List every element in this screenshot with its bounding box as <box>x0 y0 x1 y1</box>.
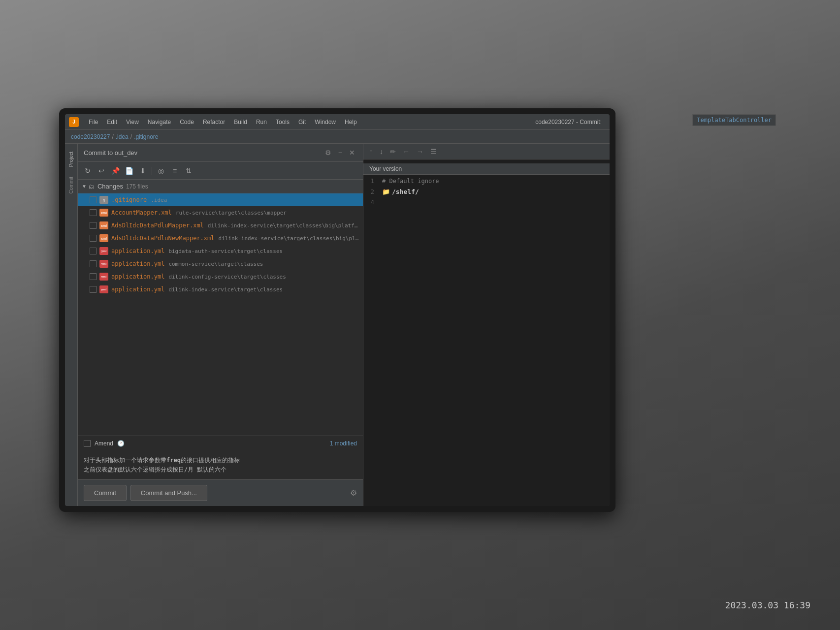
file-button[interactable]: 📄 <box>123 165 135 177</box>
xml-icon-adsdlmapper: xml <box>99 221 108 229</box>
undo-button[interactable]: ↩ <box>96 165 107 177</box>
diff-line-num-4: 4 <box>363 198 378 207</box>
diff-content: Your version 1 # Default ignore 2 📁/shel… <box>363 159 610 506</box>
menu-edit[interactable]: Edit <box>103 118 121 126</box>
settings-gear-icon[interactable]: ⚙ <box>350 488 357 498</box>
menu-git[interactable]: Git <box>294 118 310 126</box>
menu-code[interactable]: Code <box>176 118 198 126</box>
diff-toolbar: ↑ ↓ ✏ ← → ☰ <box>363 144 610 159</box>
amend-left: Amend 🕐 <box>84 440 125 447</box>
laptop-screen: J File Edit View Navigate Code Refactor … <box>59 108 615 512</box>
diff-line-4: 4 <box>363 198 610 207</box>
menu-run[interactable]: Run <box>252 118 271 126</box>
sidebar-item-commit[interactable]: Commit <box>66 173 76 197</box>
collapse-icon[interactable]: ▼ <box>82 184 87 189</box>
file-checkbox-gitignore[interactable] <box>90 196 97 203</box>
minimize-icon[interactable]: − <box>336 148 344 158</box>
file-item-adsdlmapper[interactable]: xml AdsDlIdcDataPdluMapper.xml dilink-in… <box>78 219 363 232</box>
changes-count: 175 files <box>126 183 148 190</box>
pin-button[interactable]: 📌 <box>109 165 121 177</box>
changes-header: ▼ 🗂 Changes 175 files <box>78 180 363 193</box>
yml-icon-applyml3: yml <box>99 273 108 281</box>
list-button[interactable]: ≡ <box>169 165 181 177</box>
menu-icon[interactable]: ☰ <box>428 147 439 157</box>
app-logo: J <box>69 117 79 127</box>
amend-checkbox[interactable] <box>84 440 91 447</box>
file-name-gitignore: .gitignore <box>111 196 147 203</box>
panel-header: Commit to out_dev ⚙ − ✕ <box>78 144 363 162</box>
sort-button[interactable]: ⇅ <box>183 165 194 177</box>
breadcrumb-file[interactable]: .gitignore <box>134 133 158 140</box>
commit-button[interactable]: Commit <box>84 485 127 501</box>
menu-refactor[interactable]: Refactor <box>199 118 229 126</box>
menu-items: File Edit View Navigate Code Refactor Bu… <box>85 118 535 126</box>
commit-push-button[interactable]: Commit and Push... <box>130 485 207 501</box>
nav-down-icon[interactable]: ↓ <box>378 147 385 157</box>
nav-right-icon[interactable]: → <box>415 147 425 157</box>
diff-line-1: 1 # Default ignore <box>363 177 610 186</box>
sidebar-item-project[interactable]: Project <box>66 148 76 171</box>
close-icon[interactable]: ✕ <box>347 148 357 158</box>
file-item-applyml4[interactable]: yml application.yml dilink-index-service… <box>78 283 363 296</box>
file-item-accountmapper[interactable]: xml AccountMapper.xml rule-service\targe… <box>78 206 363 219</box>
breadcrumb-folder[interactable]: .idea <box>116 133 129 140</box>
diff-line-content-1: # Default ignore <box>378 177 439 186</box>
diff-line-2: 2 📁/shelf/ <box>363 186 610 197</box>
file-item-applyml3[interactable]: yml application.yml dilink-config-servic… <box>78 270 363 283</box>
file-name-applyml4: application.yml <box>111 286 164 293</box>
modified-badge: 1 modified <box>330 440 357 447</box>
window-title: code20230227 - Commit: <box>535 119 606 126</box>
nav-up-icon[interactable]: ↑ <box>367 147 375 157</box>
menu-tools[interactable]: Tools <box>272 118 293 126</box>
diff-line-num-1: 1 <box>363 177 378 186</box>
yml-icon-applyml1: yml <box>99 247 108 255</box>
menu-navigate[interactable]: Navigate <box>144 118 175 126</box>
menu-build[interactable]: Build <box>230 118 251 126</box>
changes-label: Changes <box>97 183 123 190</box>
breadcrumb-project[interactable]: code20230227 <box>71 133 110 140</box>
xml-icon-accountmapper: xml <box>99 209 108 217</box>
yml-icon-applyml2: yml <box>99 260 108 268</box>
file-checkbox-applyml3[interactable] <box>90 273 97 280</box>
menu-window[interactable]: Window <box>311 118 340 126</box>
eye-button[interactable]: ◎ <box>155 165 167 177</box>
file-checkbox-adsdlmapper[interactable] <box>90 222 97 229</box>
toolbar-separator <box>152 167 152 175</box>
file-path-applyml3: dilink-config-service\target\classes <box>168 274 286 280</box>
file-item-adsdlnewmapper[interactable]: xml AdsDlIdcDataPdluNewMapper.xml dilink… <box>78 232 363 245</box>
download-button[interactable]: ⬇ <box>137 165 149 177</box>
menu-file[interactable]: File <box>85 118 102 126</box>
diff-line-content-4 <box>378 198 382 207</box>
file-name-applyml3: application.yml <box>111 273 164 280</box>
menu-bar: J File Edit View Navigate Code Refactor … <box>65 114 610 130</box>
file-checkbox-applyml2[interactable] <box>90 260 97 267</box>
action-buttons: Commit Commit and Push... ⚙ <box>78 479 363 506</box>
file-name-applyml2: application.yml <box>111 260 164 267</box>
refresh-button[interactable]: ↻ <box>82 165 94 177</box>
file-item-gitignore[interactable]: g .gitignore .idea <box>78 193 363 206</box>
file-checkbox-applyml1[interactable] <box>90 248 97 254</box>
file-name-adsdlnewmapper: AdsDlIdcDataPdluNewMapper.xml <box>111 235 215 242</box>
panel-title: Commit to out_dev <box>84 149 137 157</box>
folder-icon: 🗂 <box>89 183 95 190</box>
edit-icon[interactable]: ✏ <box>388 147 398 157</box>
folder-expand-icon: 📁 <box>382 188 390 195</box>
screen-content: J File Edit View Navigate Code Refactor … <box>65 114 610 506</box>
file-path-accountmapper: rule-service\target\classes\mapper <box>176 210 287 216</box>
xml-icon-adsdlnewmapper: xml <box>99 234 108 242</box>
file-checkbox-adsdlnewmapper[interactable] <box>90 235 97 242</box>
menu-view[interactable]: View <box>122 118 143 126</box>
gear-icon[interactable]: ⚙ <box>323 148 333 158</box>
file-name-adsdlmapper: AdsDlIdcDataPdluMapper.xml <box>111 222 204 229</box>
file-checkbox-accountmapper[interactable] <box>90 209 97 216</box>
clock-icon[interactable]: 🕐 <box>117 440 125 447</box>
file-item-applyml1[interactable]: yml application.yml bigdata-auth-service… <box>78 245 363 257</box>
commit-message-area[interactable]: 对于头部指标加一个请求参数带freq的接口提供相应的指标 之前仪表盘的默认六个逻… <box>78 451 363 479</box>
file-path-applyml1: bigdata-auth-service\target\classes <box>168 248 283 254</box>
file-checkbox-applyml4[interactable] <box>90 286 97 293</box>
file-item-applyml2[interactable]: yml application.yml common-service\targe… <box>78 257 363 270</box>
menu-help[interactable]: Help <box>341 118 361 126</box>
nav-left-icon[interactable]: ← <box>401 147 412 157</box>
main-area: Project Commit Commit to out_dev ⚙ − ✕ ↻ <box>65 144 610 506</box>
file-path-adsdlmapper: dilink-index-service\target\classes\big\… <box>208 222 359 229</box>
